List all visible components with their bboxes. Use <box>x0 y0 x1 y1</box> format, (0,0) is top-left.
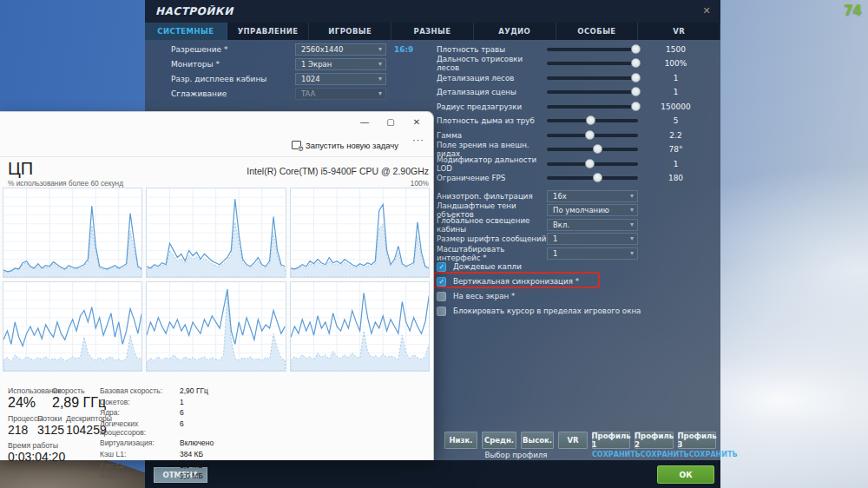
slider-knob[interactable] <box>593 173 602 182</box>
slider-knob[interactable] <box>631 73 641 82</box>
dropdown-select[interactable]: 1 <box>547 233 638 245</box>
dropdown-select[interactable]: По умолчанию <box>547 204 638 216</box>
uptime-label: Время работы <box>8 441 58 450</box>
tab-особые[interactable]: ОСОБЫЕ <box>556 23 639 40</box>
slider-label: Ограничение FPS <box>437 174 547 182</box>
settings-footer: ОТМЕНА ОК <box>145 460 720 488</box>
slider-track[interactable] <box>547 148 638 151</box>
dropdown-label: Размер шрифта сообщений <box>437 234 547 243</box>
setting-label: Разр. дисплеев кабины <box>171 75 295 83</box>
select-enabled[interactable]: 1024 <box>295 73 386 85</box>
slider-knob[interactable] <box>631 44 641 54</box>
dropdown-row: Масштабировать интерфейс *1 <box>437 247 713 259</box>
checkbox[interactable]: ✓ <box>437 262 446 272</box>
profile-buttons-row: Низк.Средн.Высок.VRПрофиль 1Профиль 2Про… <box>444 432 716 449</box>
slider-row: Плотность дыма из труб5 <box>437 115 713 127</box>
settings-close-icon[interactable]: ✕ <box>700 4 713 18</box>
slider-track[interactable] <box>547 176 638 180</box>
setting-row: Мониторы *1 Экран <box>145 58 437 69</box>
detail-label: Кэш L2: <box>100 461 176 470</box>
slider-value: 180 <box>638 174 713 182</box>
detail-label: Сокетов: <box>100 398 176 406</box>
setting-row: Разрешение *2560x144016:9 <box>145 43 437 55</box>
slider-label: Радиус предзагрузки <box>437 102 547 111</box>
slider-track[interactable] <box>547 162 638 166</box>
tab-разные[interactable]: РАЗНЫЕ <box>391 23 474 40</box>
tab-системные[interactable]: СИСТЕМНЫЕ <box>145 23 227 40</box>
ok-button[interactable]: ОК <box>657 465 714 484</box>
minimize-icon[interactable]: — <box>352 112 378 132</box>
task-manager-titlebar[interactable]: — ▢ ✕ <box>0 112 433 133</box>
cpu-chart-logical-processor-3 <box>290 188 430 278</box>
dropdown-label: Анизотроп. фильтрация <box>437 192 547 201</box>
select-disabled: TAA <box>295 88 386 100</box>
setting-label: Разрешение * <box>171 45 295 54</box>
slider-track[interactable] <box>547 134 638 137</box>
run-new-task-icon <box>292 141 301 149</box>
detail-label: Виртуализация: <box>100 439 176 447</box>
speed-value: 2,89 ГГц <box>52 395 106 411</box>
processes-value: 218 <box>8 423 28 437</box>
dropdown-settings-group: Анизотроп. фильтрация16xЛандшафтные тени… <box>437 190 713 259</box>
checkbox[interactable] <box>437 307 446 316</box>
slider-row: Радиус предзагрузки150000 <box>437 101 713 112</box>
dropdown-select[interactable]: 16x <box>547 190 638 202</box>
slider-label: Модификатор дальности LOD <box>437 155 547 173</box>
close-icon[interactable]: ✕ <box>404 112 430 132</box>
slider-value: 2.2 <box>638 131 713 140</box>
checkbox-row: На весь экран * <box>437 290 720 302</box>
save-profile-link[interactable]: СОХРАНИТЬ <box>689 451 738 458</box>
slider-knob[interactable] <box>631 102 641 111</box>
slider-track[interactable] <box>547 76 638 80</box>
save-profile-link[interactable]: СОХРАНИТЬ <box>592 451 641 458</box>
slider-label: Детализация сцены <box>437 88 547 96</box>
slider-knob[interactable] <box>585 159 595 168</box>
profile-button-7[interactable]: Профиль 3 <box>678 432 716 449</box>
maximize-icon[interactable]: ▢ <box>378 112 404 132</box>
detail-value: Включено <box>180 439 214 447</box>
checkbox[interactable]: ✓ <box>437 277 446 287</box>
run-new-task-button[interactable]: Запустить новую задачу <box>292 137 398 153</box>
profile-button-1[interactable]: Низк. <box>444 432 477 449</box>
tab-управление[interactable]: УПРАВЛЕНИЕ <box>227 23 310 40</box>
select-enabled[interactable]: 2560x1440 <box>295 43 386 56</box>
slider-row: Поле зрения на внешн. видах78° <box>437 144 713 155</box>
slider-track[interactable] <box>547 90 638 94</box>
checkbox-row: Блокировать курсор в пределах игрового о… <box>437 305 720 317</box>
slider-knob[interactable] <box>631 58 641 68</box>
slider-track[interactable] <box>547 105 638 109</box>
slider-value: 1 <box>638 88 713 96</box>
cpu-chart-logical-processor-4 <box>3 281 142 372</box>
dropdown-row: Глобальное освещение кабиныВкл. <box>437 219 713 230</box>
profile-button-5[interactable]: Профиль 1 <box>592 432 630 449</box>
slider-row: Детализация сцены1 <box>437 87 713 98</box>
save-profile-link[interactable]: СОХРАНИТЬ <box>641 451 689 458</box>
setting-row: Разр. дисплеев кабины1024 <box>145 73 437 84</box>
more-options-icon[interactable]: ··· <box>412 135 424 145</box>
cpu-chart-logical-processor-2 <box>146 188 286 278</box>
cpu-section-title: ЦП <box>8 159 33 179</box>
profile-button-4[interactable]: VR <box>558 432 588 449</box>
profile-button-2[interactable]: Средн. <box>482 432 516 449</box>
slider-track[interactable] <box>547 119 638 122</box>
slider-knob[interactable] <box>585 130 595 140</box>
tab-аудио[interactable]: АУДИО <box>474 23 556 40</box>
select-enabled[interactable]: 1 Экран <box>295 58 386 70</box>
detail-label: Кэш L1: <box>100 450 176 458</box>
slider-knob[interactable] <box>593 144 602 154</box>
detail-value: 6 <box>180 408 214 417</box>
checkbox-label: На весь экран * <box>453 292 515 300</box>
checkbox-settings-group: ✓Дождевые капли✓Вертикальная синхронизац… <box>437 260 720 317</box>
slider-knob[interactable] <box>631 87 641 96</box>
dropdown-select[interactable]: Вкл. <box>547 219 638 231</box>
tab-vr[interactable]: VR <box>638 23 720 40</box>
slider-track[interactable] <box>547 48 638 51</box>
profile-button-3[interactable]: Высок. <box>521 432 554 449</box>
profile-button-6[interactable]: Профиль 2 <box>635 432 674 449</box>
cpu-chart-logical-processor-6 <box>290 281 430 372</box>
checkbox[interactable] <box>437 292 446 301</box>
slider-knob[interactable] <box>586 115 595 125</box>
tab-игровые[interactable]: ИГРОВЫЕ <box>309 23 391 40</box>
slider-track[interactable] <box>547 62 638 65</box>
dropdown-select[interactable]: 1 <box>547 247 638 260</box>
